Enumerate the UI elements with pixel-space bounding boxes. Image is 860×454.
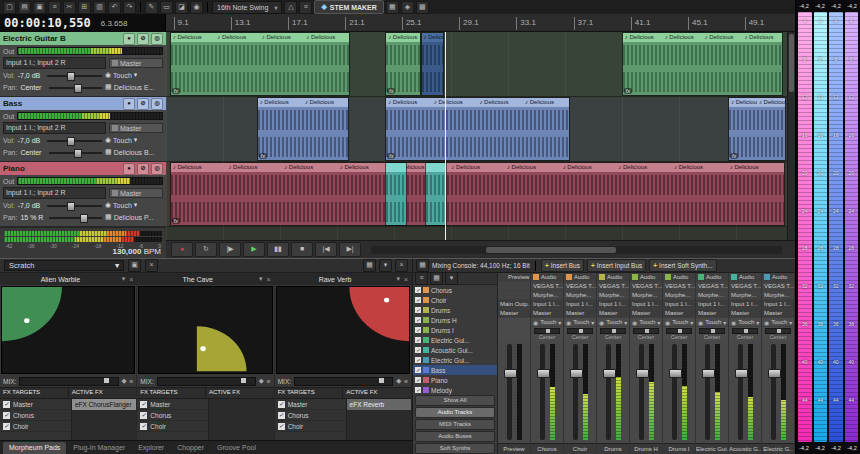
automation-mode[interactable]: ◉ Touch ▾ xyxy=(105,71,163,79)
media-bin-icon[interactable]: ▩ xyxy=(416,1,429,14)
mixer-track-list-item[interactable]: ✓ Drums xyxy=(413,305,497,315)
pan-value[interactable]: 15 % R xyxy=(20,214,46,221)
solo-button[interactable]: ◎ xyxy=(151,163,163,175)
plugin-manager-icon[interactable]: ◈ xyxy=(401,1,414,14)
audio-event[interactable]: ♪ Delicious♪ Delicious♪ Delicious♪ Delic… xyxy=(170,32,350,96)
pan-slider[interactable] xyxy=(666,328,692,334)
fx-slot-1[interactable]: VEGAS T... xyxy=(597,282,629,291)
event-fx-badge[interactable]: fx xyxy=(172,88,180,94)
strip-name[interactable]: Electric G.. xyxy=(762,443,794,454)
input-routing[interactable]: Input 1 I... xyxy=(762,300,794,309)
go-to-end-button[interactable]: ▶| xyxy=(339,242,361,257)
pan-slider[interactable] xyxy=(49,148,102,157)
input-routing[interactable]: Input 1 I... xyxy=(663,300,695,309)
automation-mode[interactable]: ◉ Touch ▾ xyxy=(663,318,695,327)
fader-track[interactable] xyxy=(705,344,710,440)
input-routing[interactable]: Input 1 I... xyxy=(696,300,728,309)
playhead[interactable] xyxy=(445,32,446,240)
audio-event[interactable]: ♪ Delicious♪ Delicious♪ Delicious♪ Delic… xyxy=(385,97,569,161)
checkbox[interactable]: ✓ xyxy=(415,367,421,373)
audio-event[interactable]: ♪ Delicious xyxy=(421,32,445,96)
pan-slider[interactable] xyxy=(49,213,102,222)
dock-tab[interactable]: Plug-In Manager xyxy=(67,442,131,454)
audio-event[interactable]: ♪ Delicious♪ Delicious♪ Delicious♪ Delic… xyxy=(170,162,785,226)
event-fx-badge[interactable]: fx xyxy=(730,153,738,159)
meter-readout[interactable]: -4,2 xyxy=(812,445,828,451)
channel-fader[interactable] xyxy=(663,341,695,443)
fx-slot-1[interactable]: VEGAS T... xyxy=(762,282,794,291)
fx-slot-2[interactable]: Morphe... xyxy=(630,291,662,300)
event-header[interactable]: ♪ Delicious♪ Delicious xyxy=(729,98,785,107)
pan-slider[interactable] xyxy=(699,328,725,334)
event-waveform[interactable]: fx xyxy=(729,107,785,160)
fx-target[interactable]: ✓ Choir xyxy=(275,421,346,432)
new-file-icon[interactable]: ▢ xyxy=(3,1,16,14)
arrangement-area[interactable]: ♪ Delicious♪ Delicious♪ Delicious♪ Delic… xyxy=(166,32,787,240)
mixer-track-list-item[interactable]: ✓ Chorus xyxy=(413,285,497,295)
event-fx-badge[interactable]: fx xyxy=(624,88,632,94)
audio-event[interactable]: ♪ Delicious♪ Delicious♪ Delicious♪ Delic… xyxy=(622,32,783,96)
checkbox[interactable]: ✓ xyxy=(415,307,421,313)
close-icon[interactable]: × xyxy=(129,276,133,283)
strip-name[interactable]: Choir xyxy=(564,443,596,454)
input-routing[interactable]: Input 1 I... xyxy=(531,300,563,309)
menu-icon[interactable]: ≡ xyxy=(130,378,134,385)
envelope-tool-icon[interactable]: ◉ xyxy=(190,1,203,14)
undo-icon[interactable]: ↶ xyxy=(108,1,121,14)
input-routing[interactable]: Input 1 I.; Input 2 R xyxy=(3,122,106,134)
fader-thumb[interactable] xyxy=(570,369,583,378)
checkbox[interactable]: ✓ xyxy=(415,297,421,303)
insert-button[interactable]: + Insert Input Bus xyxy=(587,259,646,272)
meter-readout[interactable]: -4,2 xyxy=(828,445,844,451)
pan-slider[interactable] xyxy=(765,328,791,334)
fader-thumb[interactable] xyxy=(768,369,781,378)
audio-event[interactable] xyxy=(385,162,407,226)
fx-target[interactable]: ✓ Chorus xyxy=(137,410,208,421)
synth-device-button[interactable]: ▦ Delicious P... xyxy=(105,213,163,221)
insert-button[interactable]: + Insert Soft Synth... xyxy=(649,259,716,272)
event-header[interactable] xyxy=(386,163,406,172)
event-waveform[interactable]: fx xyxy=(623,42,782,95)
fx-slot-2[interactable]: Morphe... xyxy=(564,291,596,300)
menu-icon[interactable]: ≡ xyxy=(404,378,408,385)
channel-fader[interactable] xyxy=(762,341,794,443)
mixer-track-list-item[interactable]: ✓ Drums I xyxy=(413,325,497,335)
fader-track[interactable] xyxy=(771,344,776,440)
fx-slot-1[interactable] xyxy=(498,282,530,291)
fader-track[interactable] xyxy=(507,344,512,440)
fx-slot-1[interactable]: VEGAS T... xyxy=(531,282,563,291)
copy-icon[interactable]: ⊞ xyxy=(78,1,91,14)
automation-mode[interactable]: ◉ Touch ▾ xyxy=(630,318,662,327)
fx-target[interactable]: ✓ Chorus xyxy=(0,410,71,421)
bypass-icon[interactable]: ◆ xyxy=(396,377,401,385)
arm-record-button[interactable]: ● xyxy=(123,98,135,110)
checkbox[interactable]: ✓ xyxy=(3,401,10,408)
output-routing[interactable]: Master xyxy=(663,309,695,318)
monitor-icon[interactable]: ▦ xyxy=(430,273,443,285)
close-icon[interactable]: × xyxy=(267,276,271,283)
pan-slider[interactable] xyxy=(633,328,659,334)
input-routing[interactable]: Input 1 I... xyxy=(564,300,596,309)
checkbox[interactable]: ✓ xyxy=(140,412,147,419)
strip-name[interactable]: Preview xyxy=(498,443,530,454)
properties-icon[interactable]: ≡ xyxy=(48,1,61,14)
checkbox[interactable]: ✓ xyxy=(415,287,421,293)
fx-slot-2[interactable]: Morphe... xyxy=(663,291,695,300)
fader-thumb[interactable] xyxy=(603,369,616,378)
active-fx-item[interactable]: eFX Reverb xyxy=(347,399,411,410)
automation-mode[interactable]: ◉ Touch ▾ xyxy=(696,318,728,327)
volume-value[interactable]: -7,0 dB xyxy=(18,202,44,209)
timecode-value[interactable]: 00:00:10,550 xyxy=(4,16,91,30)
automation-mode[interactable]: ◉ Touch ▾ xyxy=(729,318,761,327)
event-fx-badge[interactable]: fx xyxy=(387,153,395,159)
pan-slider[interactable] xyxy=(600,328,626,334)
meter-readout[interactable]: -4,2 xyxy=(844,445,860,451)
checkbox[interactable]: ✓ xyxy=(415,327,421,333)
pan-value[interactable]: Center xyxy=(20,84,46,91)
audio-event[interactable]: ♪ Delicious♪ Deliciousfx xyxy=(257,97,350,161)
volume-slider[interactable] xyxy=(47,201,102,210)
stem-maker-button[interactable]: ◆ STEM MAKER xyxy=(314,0,383,14)
fx-slot-2[interactable] xyxy=(498,291,530,300)
xy-pad[interactable] xyxy=(276,286,410,374)
fader-track[interactable] xyxy=(672,344,677,440)
